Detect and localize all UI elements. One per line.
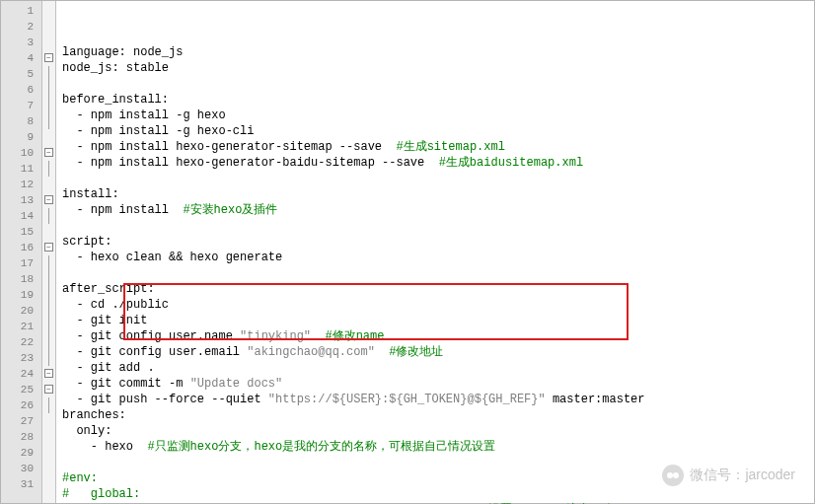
fold-cell: − [42, 145, 55, 161]
code-line[interactable]: node_js: stable [62, 60, 814, 76]
fold-cell [42, 255, 55, 271]
fold-cell [42, 287, 55, 303]
line-number: 16 [1, 240, 41, 255]
line-number: 12 [1, 177, 41, 192]
watermark: 微信号：jarcoder [662, 465, 795, 486]
fold-cell [42, 413, 55, 429]
code-line[interactable] [62, 171, 814, 186]
code-line[interactable]: - git config user.name "tinyking" #修改nam… [62, 328, 814, 344]
line-number: 14 [1, 208, 41, 224]
fold-toggle[interactable]: − [44, 148, 53, 157]
fold-cell [42, 177, 55, 192]
fold-cell [42, 82, 55, 98]
fold-cell [42, 271, 55, 287]
fold-cell [42, 113, 55, 129]
fold-toggle[interactable]: − [44, 53, 53, 62]
line-number: 1 [1, 3, 41, 19]
line-number: 5 [1, 66, 41, 82]
fold-cell [42, 429, 55, 445]
fold-cell [42, 129, 55, 145]
fold-cell [42, 224, 55, 240]
code-line[interactable] [62, 265, 814, 281]
line-number: 4 [1, 50, 41, 66]
code-line[interactable]: - npm install #安装hexo及插件 [62, 202, 814, 218]
code-line[interactable]: - git add . [62, 360, 814, 376]
code-line[interactable]: branches: [62, 407, 814, 423]
fold-cell [42, 19, 55, 35]
line-number: 30 [1, 461, 41, 476]
code-line[interactable]: - cd ./public [62, 297, 814, 313]
fold-cell [42, 66, 55, 82]
line-number: 6 [1, 82, 41, 98]
line-number: 17 [1, 255, 41, 271]
code-line[interactable]: script: [62, 234, 814, 250]
line-number: 25 [1, 382, 41, 397]
code-line[interactable]: - git init [62, 313, 814, 328]
code-line[interactable]: - npm install -g hexo [62, 108, 814, 123]
fold-cell [42, 303, 55, 319]
line-number: 26 [1, 397, 41, 413]
line-number: 11 [1, 161, 41, 177]
line-number: 19 [1, 287, 41, 303]
fold-toggle[interactable]: − [44, 369, 53, 378]
wechat-icon [662, 465, 684, 486]
code-line[interactable]: - git push --force --quiet "https://${US… [62, 392, 814, 407]
code-line[interactable]: # global: [62, 486, 814, 502]
line-number: 22 [1, 334, 41, 350]
fold-cell: − [42, 382, 55, 397]
line-number: 8 [1, 113, 41, 129]
code-editor: 1234567891011121314151617181920212223242… [0, 0, 815, 504]
code-line[interactable]: - git config user.email "akingchao@qq.co… [62, 344, 814, 360]
code-line[interactable]: - npm install hexo-generator-baidu-sitem… [62, 155, 814, 171]
code-line[interactable] [62, 76, 814, 92]
line-number: 31 [1, 476, 41, 492]
code-area[interactable]: language: node_jsnode_js: stablebefore_i… [56, 1, 814, 503]
line-number: 15 [1, 224, 41, 240]
code-line[interactable]: - npm install hexo-generator-sitemap --s… [62, 139, 814, 155]
fold-cell [42, 334, 55, 350]
code-line[interactable]: only: [62, 423, 814, 439]
fold-cell: − [42, 50, 55, 66]
fold-cell: − [42, 192, 55, 208]
line-number: 29 [1, 445, 41, 461]
code-line[interactable]: - git commit -m "Update docs" [62, 376, 814, 392]
line-number: 13 [1, 192, 41, 208]
code-line[interactable]: - hexo #只监测hexo分支，hexo是我的分支的名称，可根据自己情况设置 [62, 439, 814, 455]
fold-toggle[interactable]: − [44, 195, 53, 204]
fold-toggle[interactable]: − [44, 243, 53, 252]
line-number: 20 [1, 303, 41, 319]
fold-cell [42, 161, 55, 177]
fold-cell [42, 461, 55, 476]
line-number: 27 [1, 413, 41, 429]
fold-cell [42, 98, 55, 113]
fold-cell [42, 3, 55, 19]
line-number: 24 [1, 366, 41, 382]
fold-cell [42, 319, 55, 334]
code-line[interactable]: - npm install -g hexo-cli [62, 123, 814, 139]
code-line[interactable] [62, 218, 814, 234]
code-line[interactable]: - hexo clean && hexo generate [62, 250, 814, 265]
code-line[interactable]: install: [62, 186, 814, 202]
code-line[interactable]: after_script: [62, 281, 814, 297]
fold-cell: − [42, 366, 55, 382]
fold-cell [42, 208, 55, 224]
fold-column: −−−−−− [42, 1, 56, 503]
line-number: 3 [1, 35, 41, 50]
line-number: 2 [1, 19, 41, 35]
watermark-text: 微信号：jarcoder [690, 467, 795, 484]
code-line[interactable]: language: node_js [62, 44, 814, 60]
fold-cell: − [42, 240, 55, 255]
fold-toggle[interactable]: − [44, 385, 53, 394]
fold-cell [42, 476, 55, 492]
line-number-gutter: 1234567891011121314151617181920212223242… [1, 1, 42, 503]
fold-cell [42, 350, 55, 366]
line-number: 18 [1, 271, 41, 287]
line-number: 28 [1, 429, 41, 445]
line-number: 7 [1, 98, 41, 113]
line-number: 9 [1, 129, 41, 145]
line-number: 23 [1, 350, 41, 366]
line-number: 10 [1, 145, 41, 161]
fold-cell [42, 35, 55, 50]
line-number: 21 [1, 319, 41, 334]
code-line[interactable]: before_install: [62, 92, 814, 108]
